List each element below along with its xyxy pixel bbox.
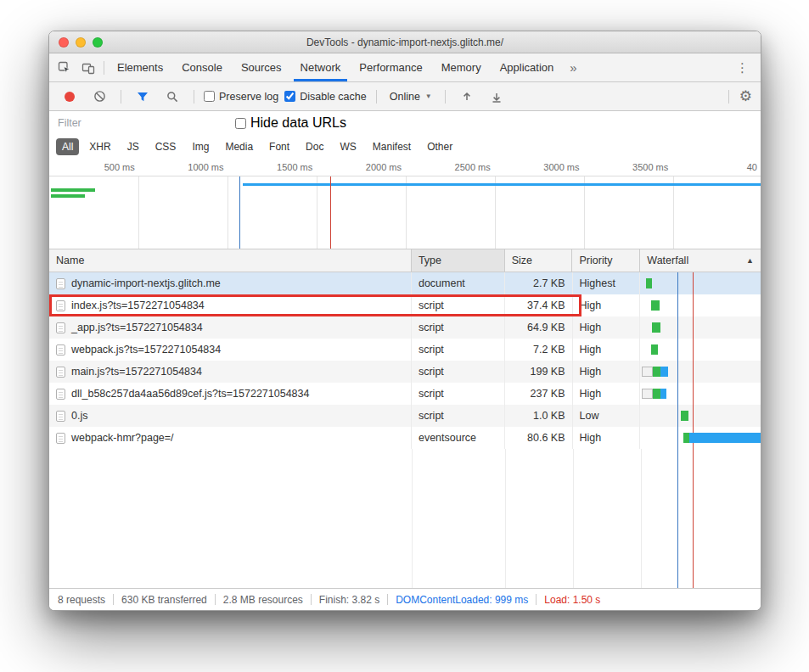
table-row[interactable]: webpack-hmr?page=/eventsource80.6 KBHigh — [49, 427, 761, 449]
disable-cache-label: Disable cache — [300, 91, 367, 103]
close-window-button[interactable] — [59, 37, 69, 48]
tab-console[interactable]: Console — [172, 53, 232, 81]
timeline-gridline — [673, 176, 674, 249]
row-waterfall-cell — [640, 427, 761, 449]
load-time: Load: 1.50 s — [544, 594, 600, 606]
hide-data-urls-checkbox[interactable] — [235, 118, 246, 129]
waterfall-bar — [653, 367, 660, 377]
minimize-window-button[interactable] — [76, 37, 86, 48]
table-row[interactable]: 0.jsscript1.0 KBLow — [49, 405, 761, 427]
file-icon — [56, 411, 65, 422]
column-header-priority[interactable]: Priority — [572, 249, 640, 272]
finish-time: Finish: 3.82 s — [319, 594, 379, 606]
status-divider — [387, 594, 388, 605]
device-toolbar-icon — [81, 61, 95, 75]
ruler-tick-label: 500 ms — [49, 159, 138, 176]
filter-pill-css[interactable]: CSS — [149, 138, 183, 155]
timeline-gridline — [228, 176, 228, 249]
status-bar: 8 requests 630 KB transferred 2.8 MB res… — [49, 588, 761, 610]
filter-pill-doc[interactable]: Doc — [300, 138, 329, 155]
tab-sources[interactable]: Sources — [232, 53, 291, 81]
row-type-cell: script — [412, 405, 505, 427]
ruler-tick-label: 1500 ms — [228, 159, 317, 176]
table-filler — [49, 449, 761, 588]
record-network-log-button[interactable] — [58, 92, 81, 102]
row-waterfall-cell — [640, 405, 761, 427]
row-type-cell: script — [412, 316, 505, 339]
ruler-tick-label: 1000 ms — [138, 159, 228, 176]
devtools-menu-kebab-icon[interactable]: ⋮ — [728, 53, 757, 81]
requests-count: 8 requests — [58, 594, 105, 606]
filter-pill-all[interactable]: All — [56, 138, 79, 155]
tab-memory[interactable]: Memory — [432, 53, 491, 81]
column-header-waterfall[interactable]: Waterfall ▲ — [640, 249, 761, 272]
filter-toggle-button[interactable] — [131, 91, 154, 103]
tab-application[interactable]: Application — [491, 53, 564, 81]
row-name-cell: 0.js — [49, 405, 412, 427]
row-type-cell: script — [412, 294, 505, 316]
requests-table-header: Name Type Size Priority Waterfall ▲ — [49, 249, 761, 272]
resources-size: 2.8 MB resources — [223, 594, 303, 606]
filter-pill-img[interactable]: Img — [186, 138, 215, 155]
hide-data-urls-group: Hide data URLs — [235, 115, 346, 131]
toolbar-divider — [104, 61, 104, 75]
ruler-tick-label: 40 — [671, 159, 761, 176]
status-divider — [113, 594, 114, 605]
row-type-cell: script — [412, 339, 505, 361]
disable-cache-checkbox[interactable] — [284, 91, 295, 102]
panel-tab-bar: ElementsConsoleSourcesNetworkPerformance… — [49, 53, 761, 82]
table-row[interactable]: dynamic-import-nextjs.glitch.medocument2… — [49, 272, 761, 294]
preserve-log-checkbox[interactable] — [204, 91, 215, 102]
export-har-button[interactable] — [485, 91, 508, 103]
filter-pill-js[interactable]: JS — [121, 138, 145, 155]
tab-network[interactable]: Network — [291, 53, 351, 81]
more-tabs-chevron[interactable]: » — [563, 53, 583, 81]
table-row[interactable]: main.js?ts=1572271054834script199 KBHigh — [49, 361, 761, 383]
network-toolbar: Preserve log Disable cache Online ▼ — [49, 82, 761, 111]
column-header-type[interactable]: Type — [412, 249, 505, 272]
timeline-ruler: 500 ms1000 ms1500 ms2000 ms2500 ms3000 m… — [49, 159, 761, 176]
tab-elements[interactable]: Elements — [108, 53, 172, 81]
ruler-tick-label: 3500 ms — [583, 159, 672, 176]
request-name: index.js?ts=1572271054834 — [71, 300, 205, 311]
waterfall-bar — [689, 433, 761, 443]
row-size-cell: 37.4 KB — [505, 294, 573, 316]
toolbar-divider — [194, 90, 194, 104]
import-har-button[interactable] — [455, 91, 479, 103]
filler-cell — [574, 449, 642, 588]
filter-pill-xhr[interactable]: XHR — [83, 138, 116, 155]
row-waterfall-cell — [640, 294, 761, 316]
window-title: DevTools - dynamic-import-nextjs.glitch.… — [49, 36, 761, 48]
throttling-dropdown[interactable]: Online ▼ — [386, 91, 435, 103]
tab-performance[interactable]: Performance — [350, 53, 431, 81]
sort-ascending-icon: ▲ — [746, 256, 754, 265]
overview-request-bar — [51, 188, 95, 192]
device-toolbar-button[interactable] — [76, 53, 100, 81]
filter-pill-media[interactable]: Media — [219, 138, 259, 155]
table-row[interactable]: _app.js?ts=1572271054834script64.9 KBHig… — [49, 316, 761, 339]
row-priority-cell: High — [573, 383, 641, 405]
column-header-size[interactable]: Size — [505, 249, 573, 272]
chevron-down-icon: ▼ — [425, 92, 432, 100]
table-row[interactable]: dll_b58c257da4aa56d89cef.js?ts=157227105… — [49, 383, 761, 405]
inspect-element-button[interactable] — [53, 53, 76, 81]
filter-input[interactable] — [49, 117, 223, 129]
row-waterfall-cell — [640, 316, 761, 339]
file-icon — [56, 278, 65, 289]
column-header-name[interactable]: Name — [49, 249, 412, 272]
timeline-overview[interactable] — [49, 176, 761, 249]
clear-network-log-button[interactable] — [87, 90, 111, 103]
filter-pill-font[interactable]: Font — [263, 138, 295, 155]
zoom-window-button[interactable] — [93, 37, 103, 48]
table-row[interactable]: webpack.js?ts=1572271054834script7.2 KBH… — [49, 339, 761, 361]
search-button[interactable] — [160, 91, 184, 103]
filter-pill-other[interactable]: Other — [421, 138, 458, 155]
waterfall-bar — [646, 278, 652, 288]
table-row[interactable]: index.js?ts=1572271054834script37.4 KBHi… — [49, 294, 761, 316]
overview-load-line — [330, 176, 331, 249]
filter-pill-manifest[interactable]: Manifest — [367, 138, 417, 155]
overview-dcl-line — [239, 176, 240, 249]
filter-pill-ws[interactable]: WS — [334, 138, 362, 155]
gear-icon[interactable]: ⚙ — [739, 89, 752, 104]
row-name-cell: dynamic-import-nextjs.glitch.me — [49, 272, 412, 294]
